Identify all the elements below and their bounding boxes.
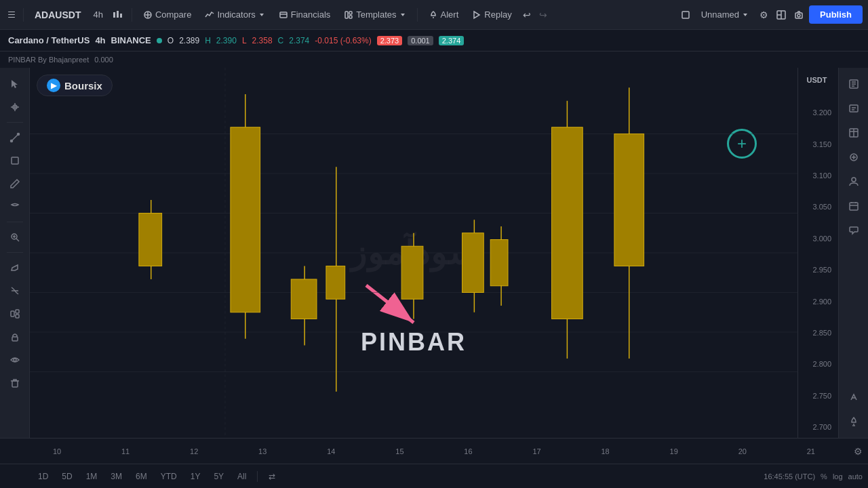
svg-rect-61 [139,214,162,266]
chat-tool[interactable] [843,220,865,241]
shape-tool[interactable] [4,150,26,171]
compare-period-btn[interactable]: ⇄ [263,470,281,483]
indicators-button[interactable]: Indicators [199,7,270,22]
open-label: O [167,36,174,45]
alert-button[interactable]: Alert [423,7,465,22]
period-right: 16:45:55 (UTC) % log auto [764,472,863,481]
period-3m[interactable]: 3M [105,470,127,483]
eye-tool[interactable] [4,349,26,371]
time-settings-button[interactable]: ⚙ [854,446,863,457]
layout-button[interactable] [774,7,789,22]
period-all[interactable]: All [232,470,252,483]
svg-rect-15 [682,12,689,18]
trash-tool[interactable] [4,372,26,394]
time-21: 21 [797,447,825,455]
time-19: 19 [660,447,688,455]
period-5d[interactable]: 5D [56,470,77,483]
currency-label: USDT [798,73,835,87]
undo-button[interactable]: ↩ [520,7,534,23]
cursor-tool[interactable] [4,73,26,95]
scale-tool[interactable] [843,386,865,408]
price-3050: 3.050 [798,201,835,212]
pencil-tool[interactable] [4,173,26,195]
price-3000: 3.000 [798,233,835,244]
period-5y[interactable]: 5Y [208,470,229,483]
snapshot-button[interactable] [791,7,806,22]
interval-button[interactable]: 4h [89,7,106,22]
left-sep1 [7,122,23,123]
left-sep3 [7,252,23,253]
zoom-tool[interactable] [4,226,26,248]
chart-type-button[interactable] [110,7,126,23]
svg-rect-35 [16,310,19,313]
trendline-tool[interactable] [4,127,26,148]
svg-rect-55 [326,266,345,300]
chart-area[interactable]: سودآموز ▶ Boursix + PINBAR [30,68,797,438]
sep2 [132,8,132,22]
svg-line-30 [16,239,19,241]
fib-tool[interactable] [4,280,26,302]
svg-rect-11 [349,16,352,18]
period-ytd[interactable]: YTD [155,470,182,483]
auto-label: auto [848,472,863,481]
exchange-label: BINANCE [111,35,151,45]
publish-button[interactable]: Publish [809,5,863,24]
time-11: 11 [112,447,139,455]
compare-button[interactable]: Compare [138,7,197,22]
svg-rect-65 [462,233,484,293]
price-tag-tool[interactable] [843,146,865,168]
log-label: log [833,472,843,481]
svg-rect-36 [16,314,19,318]
period-1y[interactable]: 1Y [185,470,206,483]
settings-button[interactable]: ⚙ [757,7,771,23]
lock-tool[interactable] [4,326,26,348]
price-2900: 2.900 [798,296,835,307]
fullscreen-button[interactable] [678,7,693,22]
timestamp-label: 16:45:55 (UTC) [764,472,815,481]
toolbar-right: Unnamed ⚙ Publish [678,5,863,24]
calendar-tool[interactable] [843,195,865,217]
news-tool[interactable] [843,98,865,119]
svg-rect-39 [12,381,18,387]
live-dot [157,38,162,43]
right-panel [838,68,868,438]
candle-chart [30,68,797,438]
pattern-tool[interactable] [4,303,26,325]
price-axis: USDT 3.200 3.150 3.100 3.050 3.000 2.950… [797,68,838,438]
time-axis: 10 11 12 13 14 15 16 17 18 19 20 21 ⚙ [0,438,868,464]
price-change: -0.015 (-0.63%) [315,36,371,45]
close-val: 2.374 [289,36,309,45]
alert-panel-tool[interactable] [843,411,865,432]
svg-marker-6 [260,14,264,16]
svg-rect-34 [11,311,14,317]
person-tool[interactable] [843,171,865,192]
svg-rect-67 [490,240,508,286]
time-17: 17 [524,447,551,455]
period-1m[interactable]: 1M [81,470,103,483]
period-sep1 [257,471,258,482]
percent-label: % [821,472,827,481]
menu-button[interactable] [5,9,18,21]
time-labels: 10 11 12 13 14 15 16 17 18 19 20 21 [30,447,838,455]
financials-button[interactable]: Financials [273,7,336,22]
ticker-button[interactable]: ADAUSDT [29,7,86,23]
indicator-label: PINBAR By Bhajanpreet [8,56,89,64]
period-1d[interactable]: 1D [33,470,54,483]
sep1 [23,8,24,22]
symbol-bar: Cardano / TetherUS 4h BINANCE O 2.389 H … [0,30,868,52]
replay-button[interactable]: Replay [467,7,517,22]
interval-label: 4h [95,35,105,45]
crosshair-tool[interactable] [4,96,26,118]
svg-rect-1 [117,11,119,18]
measure-tool[interactable] [4,196,26,218]
annotation-tool[interactable] [4,257,26,279]
sep3 [417,8,418,22]
watchlist-tool[interactable] [843,73,865,95]
redo-button[interactable]: ↪ [536,7,550,23]
period-6m[interactable]: 6M [130,470,153,483]
unnamed-button[interactable]: Unnamed [696,7,754,22]
templates-button[interactable]: Templates [338,7,411,22]
svg-rect-10 [349,12,352,14]
table-tool[interactable] [843,122,865,144]
price-3200: 3.200 [798,107,835,118]
